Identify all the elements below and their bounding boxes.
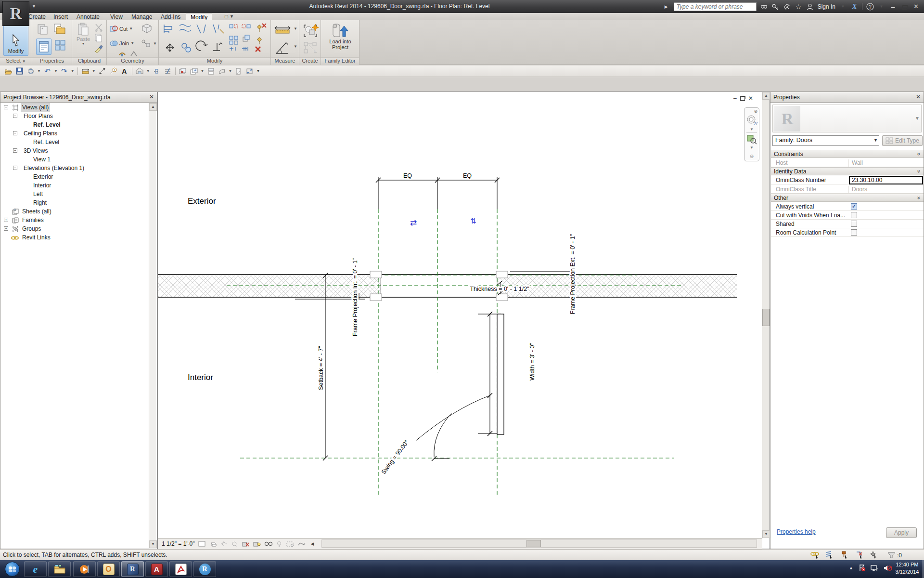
modify-tool-button[interactable]: Modify (3, 22, 28, 56)
temporary-hide-icon[interactable] (275, 540, 283, 548)
collapse-section-icon[interactable]: « (915, 153, 921, 156)
filter-icon[interactable] (887, 552, 896, 559)
minimize-button[interactable]: – (889, 3, 897, 10)
favorites-star-icon[interactable]: ☆ (795, 2, 803, 11)
tree-item-views[interactable]: −Views (all) (0, 103, 148, 112)
horizontal-scrollbar[interactable] (321, 539, 757, 548)
start-button[interactable] (5, 562, 20, 577)
thickness-label[interactable]: Thickness = 0' - 1 1/2" (470, 286, 529, 292)
close-button[interactable]: ✕ (912, 3, 920, 10)
taskbar-revit-active[interactable]: R (121, 561, 144, 577)
taskbar-clock[interactable]: 12:40 PM 3/12/2014 (892, 561, 922, 576)
filter-count[interactable]: :0 (897, 552, 902, 559)
default-3d-view-icon[interactable] (135, 66, 144, 76)
reveal-hidden-icon[interactable] (264, 540, 272, 548)
tab-manage[interactable]: Manage (127, 13, 156, 20)
panel-label-clipboard[interactable]: Clipboard (72, 57, 106, 65)
tree-item-floor-plans[interactable]: −Floor Plans (0, 112, 148, 120)
tree-item-families[interactable]: +Families (0, 216, 148, 224)
shared-checkbox[interactable] (851, 221, 857, 227)
modify-tools-icons[interactable] (159, 21, 270, 57)
detail-level-icon[interactable] (198, 540, 206, 548)
panel-label-select[interactable]: Select ▼ (0, 57, 32, 65)
edit-type-button[interactable]: Edit Type (882, 135, 923, 146)
subscription-key-icon[interactable] (771, 2, 780, 11)
cut-to-clipboard-icon[interactable] (94, 23, 103, 33)
sync-icon[interactable] (26, 66, 35, 76)
door-swing-arcs[interactable] (416, 393, 492, 461)
section-other[interactable]: Other« (771, 194, 924, 202)
action-center-icon[interactable] (858, 564, 866, 572)
tab-insert[interactable]: Insert (49, 13, 72, 20)
create-group-icon[interactable] (302, 23, 319, 40)
floor-plan-view[interactable]: EQ EQ (158, 92, 762, 538)
view-close-icon[interactable]: ✕ (748, 95, 753, 102)
expand-icon[interactable]: + (4, 218, 8, 222)
component-icon[interactable] (234, 66, 243, 76)
project-browser-scrollbar[interactable]: ▲ ▼ (149, 103, 156, 548)
exterior-label[interactable]: Exterior (188, 197, 216, 206)
cut-with-voids-checkbox[interactable] (851, 212, 857, 218)
reference-planes[interactable] (227, 209, 681, 497)
properties-close-icon[interactable]: ✕ (916, 93, 921, 100)
property-row-shared[interactable]: Shared (771, 220, 924, 228)
user-interface-menu-arrow-icon[interactable]: ▼ (229, 69, 232, 73)
measure-icon[interactable] (274, 24, 292, 35)
view-minimize-icon[interactable]: – (733, 95, 737, 102)
section-icon[interactable] (152, 66, 161, 76)
cube-icon[interactable] (141, 23, 152, 35)
frame-projection-ext-label[interactable]: Frame Projection Ext. = 0' - 1" (569, 234, 576, 314)
collapse-icon[interactable]: − (13, 114, 17, 118)
panel-label-geometry[interactable]: Geometry (107, 57, 158, 65)
undo-icon[interactable]: ↶ (43, 66, 52, 76)
match-type-brush-icon[interactable] (94, 44, 103, 54)
taskbar-outlook[interactable]: O (97, 561, 120, 577)
property-row-omniclass-title[interactable]: OmniClass Title Doors (771, 185, 924, 194)
tab-add-ins[interactable]: Add-Ins (156, 13, 185, 20)
zoom-region-icon[interactable] (746, 134, 757, 144)
show-hidden-icons[interactable]: ▲ (849, 565, 853, 570)
cut-geometry-button[interactable]: Cut▼ (110, 25, 133, 33)
load-as-group-icon[interactable] (303, 41, 318, 55)
exchange-apps-icon[interactable]: X (850, 2, 859, 11)
show-crop-icon[interactable] (253, 540, 261, 548)
sign-in-button[interactable]: Sign In (818, 3, 835, 10)
sign-in-menu-arrow-icon[interactable]: ▼ (839, 2, 847, 11)
tab-modify[interactable]: Modify (186, 13, 212, 20)
tile-windows-icon[interactable] (206, 66, 216, 76)
angle-dimension-icon[interactable] (275, 39, 291, 56)
application-menu-button[interactable]: R (2, 1, 29, 26)
panel-label-modify[interactable]: Modify (159, 57, 270, 65)
steering-wheel-menu-arrow-icon[interactable]: ▼ (750, 127, 754, 131)
collapse-icon[interactable]: − (13, 148, 17, 153)
panel-label-create[interactable]: Create (299, 57, 321, 65)
eq-label-left[interactable]: EQ (403, 172, 412, 179)
flip-horizontal-icon[interactable]: ⇄ (410, 218, 417, 227)
tag-icon[interactable]: 1 (109, 66, 118, 76)
join-geometry-button[interactable]: Join▼ (110, 39, 134, 47)
eq-label-right[interactable]: EQ (463, 172, 472, 179)
property-row-cut-with-voids[interactable]: Cut with Voids When Loa... (771, 211, 924, 220)
communication-center-icon[interactable] (783, 2, 791, 11)
section-constraints[interactable]: Constraints« (771, 150, 924, 158)
tree-item-left[interactable]: Left (0, 190, 148, 198)
taskbar-media-player[interactable] (73, 561, 96, 577)
frame-projection-int-label[interactable]: Frame Projection Int. = 0' - 1" (352, 258, 359, 336)
tree-item-ref-level-ceiling[interactable]: Ref. Level (0, 138, 148, 146)
help-icon[interactable]: ? (866, 2, 874, 11)
navbar-close-icon[interactable]: ⊗ (754, 109, 757, 114)
network-icon[interactable] (871, 565, 879, 572)
collapse-icon[interactable]: − (13, 166, 17, 170)
volume-muted-icon[interactable] (884, 565, 892, 572)
tree-item-interior[interactable]: Interior (0, 181, 148, 190)
redo-icon[interactable]: ↷ (60, 66, 69, 76)
temporary-view-properties-icon[interactable] (286, 540, 295, 548)
copy-to-clipboard-icon[interactable] (95, 34, 103, 44)
property-row-host[interactable]: Host Wall (771, 158, 924, 167)
tab-view[interactable]: View (106, 13, 127, 20)
text-icon[interactable]: A (120, 66, 129, 76)
tree-item-groups[interactable]: +Groups (0, 224, 148, 233)
panel-label-properties[interactable]: Properties (32, 57, 72, 65)
collapse-section-icon[interactable]: « (915, 170, 921, 173)
tree-item-ref-level[interactable]: Ref. Level (0, 120, 148, 129)
